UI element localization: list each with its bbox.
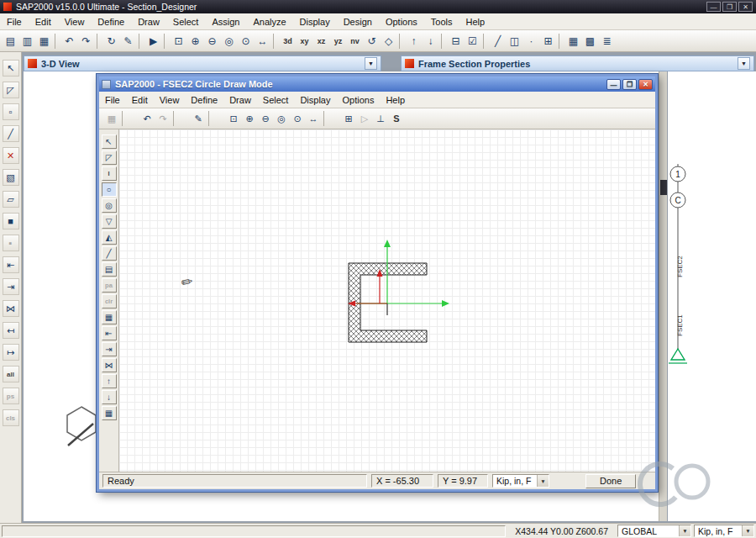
view-xy-icon[interactable]: xy	[297, 33, 312, 49]
menu-analyze[interactable]: Analyze	[246, 15, 292, 29]
zoom-out-icon[interactable]: ⊖	[204, 33, 220, 49]
run-analysis-icon[interactable]: ▶	[145, 33, 161, 49]
select-all-icon[interactable]: all	[3, 366, 19, 382]
mirror-icon[interactable]: ⋈	[102, 358, 117, 372]
close-button[interactable]: ✕	[638, 79, 653, 90]
sd-menu-view[interactable]: View	[154, 93, 186, 107]
draw-segment-icon[interactable]: ╱	[102, 246, 117, 261]
zoom-in-icon[interactable]: ⊕	[242, 111, 257, 126]
draw-line-icon[interactable]: ╱	[3, 125, 19, 142]
assign-check-icon[interactable]: ☑	[465, 33, 480, 49]
sd-menu-edit[interactable]: Edit	[126, 93, 154, 107]
draw-node-icon[interactable]: ∙	[523, 33, 539, 49]
view-nv-icon[interactable]: nv	[347, 33, 363, 49]
view-3d-icon[interactable]: 3d	[280, 33, 296, 49]
sd-menu-draw[interactable]: Draw	[223, 93, 257, 107]
frameprops-title-bar[interactable]: Frame Section Properties ▼	[401, 55, 754, 71]
zoom-extents-icon[interactable]: ◎	[221, 33, 237, 49]
report-icon[interactable]: ≣	[599, 33, 615, 49]
zoom-in-icon[interactable]: ⊕	[187, 33, 203, 49]
text-lines-icon[interactable]: ▤	[102, 262, 117, 277]
move-down-list-icon[interactable]: ↓	[423, 33, 438, 49]
pencil-icon[interactable]: ✎	[191, 111, 206, 126]
select-pointer-icon[interactable]: ↖	[102, 134, 117, 149]
mirror-arrows-icon[interactable]: ⋈	[3, 300, 19, 317]
minimize-button[interactable]: —	[706, 2, 721, 12]
view3d-menu-arrow-icon[interactable]: ▼	[365, 57, 377, 70]
sd-menu-define[interactable]: Define	[185, 93, 223, 107]
maximize-button[interactable]: ❐	[622, 79, 637, 90]
open-icon[interactable]: ▤	[3, 33, 18, 49]
extrude-right-icon[interactable]: ⇥	[3, 278, 19, 295]
reshape-icon[interactable]: ◸	[3, 82, 19, 98]
parallelogram-select-icon[interactable]: ▱	[3, 191, 19, 208]
constraint-icon[interactable]: ⊥	[373, 111, 388, 126]
undo-icon[interactable]: ↶	[139, 111, 155, 126]
child-title-bar[interactable]: SAP2000 - FSEC2 Circle Draw Mode — ❐ ✕	[99, 76, 655, 92]
print-icon[interactable]: ▦	[36, 33, 52, 49]
pan-icon[interactable]: ↔	[306, 111, 321, 126]
draw-frame-icon[interactable]: ╱	[490, 33, 506, 49]
select-box-icon[interactable]: ▧	[3, 169, 19, 186]
view3d-scrollbar[interactable]	[659, 71, 667, 521]
refresh-window-icon[interactable]: ↻	[103, 33, 119, 49]
push-right-icon[interactable]: ↦	[3, 344, 19, 361]
snap-grid-icon[interactable]: ⊞	[540, 33, 556, 49]
menu-options[interactable]: Options	[379, 15, 424, 29]
print-icon[interactable]: ▦	[104, 111, 119, 126]
align-left-icon[interactable]: ⇤	[102, 326, 117, 340]
menu-design[interactable]: Design	[337, 15, 379, 29]
menu-draw[interactable]: Draw	[131, 15, 166, 29]
small-square-icon[interactable]: ▪	[3, 235, 19, 251]
menu-edit[interactable]: Edit	[29, 15, 58, 29]
units-dropdown[interactable]: Kip, in, F ▼	[492, 474, 549, 488]
maximize-button[interactable]: ❐	[722, 2, 737, 12]
clear-selection-icon[interactable]: ✕	[3, 147, 19, 164]
zoom-window-icon[interactable]: ⊡	[171, 33, 186, 49]
snap-grid-icon[interactable]: ▦	[102, 406, 117, 420]
sd-menu-help[interactable]: Help	[380, 93, 411, 107]
view-yz-icon[interactable]: yz	[330, 33, 346, 49]
menu-assign[interactable]: Assign	[205, 15, 246, 29]
interactive-edit-icon[interactable]: ▩	[582, 33, 598, 49]
scrollbar-thumb[interactable]	[660, 180, 667, 195]
draw-solid-polygon-icon[interactable]: ◭	[102, 230, 117, 245]
pencil-icon[interactable]: ✎	[120, 33, 136, 49]
pointer-icon[interactable]: ↖	[3, 60, 19, 76]
perspective-icon[interactable]: ◇	[381, 33, 396, 49]
section-table-icon[interactable]: ⊞	[341, 111, 356, 126]
sd-menu-file[interactable]: File	[99, 93, 126, 107]
menu-display[interactable]: Display	[293, 15, 337, 29]
done-button[interactable]: Done	[585, 474, 636, 488]
zoom-previous-icon[interactable]: ⊙	[290, 111, 305, 126]
dimension-icon[interactable]: I	[102, 166, 117, 181]
letter-s-icon[interactable]: S	[389, 111, 404, 126]
draw-circle-icon[interactable]: ○	[102, 182, 117, 197]
align-top-icon[interactable]: ↑	[102, 374, 117, 388]
redo-icon[interactable]: ↷	[78, 33, 94, 49]
align-bottom-icon[interactable]: ↓	[102, 390, 117, 404]
menu-tools[interactable]: Tools	[424, 15, 459, 29]
sd-menu-display[interactable]: Display	[294, 93, 336, 107]
set-display-icon[interactable]: ▫	[3, 103, 19, 120]
previous-selection-icon[interactable]: ps	[3, 388, 19, 404]
view3d-title-bar[interactable]: 3-D View ▼	[24, 55, 381, 71]
clr-icon[interactable]: clr	[102, 294, 117, 309]
save-icon[interactable]: ▥	[19, 33, 35, 49]
rotate-view-icon[interactable]: ↺	[364, 33, 380, 49]
view-xz-icon[interactable]: xz	[313, 33, 329, 49]
menu-view[interactable]: View	[58, 15, 92, 29]
move-up-list-icon[interactable]: ↑	[406, 33, 422, 49]
hatch-icon[interactable]: ▦	[102, 310, 117, 324]
minimize-button[interactable]: —	[606, 79, 621, 90]
menu-help[interactable]: Help	[459, 15, 492, 29]
zoom-window-icon[interactable]: ⊡	[226, 111, 241, 126]
next-shape-icon[interactable]: ▷	[357, 111, 372, 126]
menu-select[interactable]: Select	[166, 15, 206, 29]
frameprops-content[interactable]: 1 C FSEC2 FSEC1	[668, 71, 756, 521]
pa-icon[interactable]: pa	[102, 278, 117, 293]
reshape-icon[interactable]: ◸	[102, 150, 117, 165]
zoom-extents-icon[interactable]: ◎	[274, 111, 289, 126]
filled-square-icon[interactable]: ■	[3, 213, 19, 229]
draw-polygon-icon[interactable]: ▽	[102, 214, 117, 229]
